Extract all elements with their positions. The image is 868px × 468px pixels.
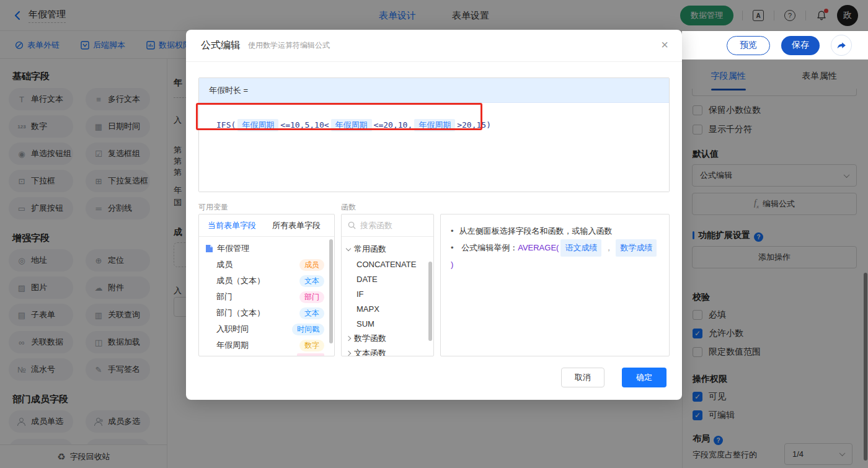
function-group-text[interactable]: 文本函数 — [342, 346, 433, 356]
formula-field-chip[interactable]: 年假周期 — [237, 119, 278, 131]
formula-field-chip[interactable]: 年假周期 — [414, 119, 455, 131]
type-badge: 数字 — [299, 340, 324, 351]
functions-box: 搜索函数 常用函数 CONCATENATE DATE IF MAPX SUM 数… — [341, 214, 434, 356]
variable-row[interactable]: 成员成员 — [199, 257, 334, 273]
tab-current-form-fields[interactable]: 当前表单字段 — [208, 220, 256, 231]
variable-row[interactable]: 部门（文本）文本 — [199, 305, 334, 321]
example-function: AVERAGE( — [518, 243, 559, 252]
canvas-actions: 预览 保存 — [682, 31, 868, 60]
chevron-right-icon — [346, 351, 351, 356]
partial-badge — [297, 353, 324, 356]
formula-operator: <=10,5,10< — [280, 120, 329, 130]
function-item[interactable]: SUM — [342, 316, 433, 331]
type-badge: 文本 — [299, 275, 324, 287]
help-tip-1: 从左侧面板选择字段名和函数，或输入函数 — [451, 223, 659, 239]
functions-scrollbar[interactable] — [428, 262, 432, 341]
formula-function: IFS( — [216, 120, 236, 130]
cancel-button[interactable]: 取消 — [561, 368, 604, 387]
preview-button[interactable]: 预览 — [727, 36, 770, 55]
function-group-common[interactable]: 常用函数 — [342, 242, 433, 257]
variables-list: 年假管理 成员成员 成员（文本）文本 部门部门 部门（文本）文本 入职时间时间戳… — [199, 237, 334, 353]
form-node[interactable]: 年假管理 — [199, 241, 334, 257]
save-button[interactable]: 保存 — [781, 36, 820, 55]
chevron-down-icon — [346, 245, 351, 250]
search-placeholder: 搜索函数 — [360, 220, 392, 231]
document-icon — [205, 244, 213, 253]
functions-label: 函数 — [341, 202, 356, 213]
variable-row[interactable]: 部门部门 — [199, 289, 334, 305]
close-icon[interactable]: × — [661, 38, 668, 51]
formula-editor-modal: 公式编辑 使用数学运算符编辑公式 × 年假时长 = IFS(年假周期<=10,5… — [186, 30, 682, 400]
search-icon — [348, 221, 356, 229]
function-item[interactable]: MAPX — [342, 301, 433, 316]
type-badge: 文本 — [299, 307, 324, 319]
modal-title: 公式编辑 — [201, 39, 241, 52]
formula-operator: >20,15) — [457, 120, 491, 130]
function-item[interactable]: IF — [342, 286, 433, 301]
formula-operator: <=20,10, — [374, 120, 413, 130]
variables-tabs: 当前表单字段 所有表单字段 — [199, 214, 334, 237]
type-badge: 成员 — [299, 259, 324, 271]
help-box: 从左侧面板选择字段名和函数，或输入函数 公式编辑举例：AVERAGE(语文成绩，… — [440, 214, 670, 356]
formula-editor[interactable]: IFS(年假周期<=10,5,10<年假周期<=20,10,年假周期>20,15… — [199, 103, 669, 192]
tab-all-form-fields[interactable]: 所有表单字段 — [272, 220, 321, 231]
variable-row[interactable]: 成员（文本）文本 — [199, 273, 334, 289]
formula-target: 年假时长 = — [199, 78, 669, 103]
variables-label: 可用变量 — [198, 202, 228, 213]
share-button[interactable] — [831, 35, 852, 56]
formula-field-chip[interactable]: 年假周期 — [331, 119, 372, 131]
example-field-chip: 数学成绩 — [616, 239, 657, 257]
function-item[interactable]: CONCATENATE — [342, 257, 433, 272]
share-arrow-icon — [836, 40, 847, 51]
function-group-math[interactable]: 数学函数 — [342, 331, 433, 346]
example-paren: ) — [451, 260, 453, 269]
function-item[interactable]: DATE — [342, 272, 433, 286]
function-search[interactable]: 搜索函数 — [342, 214, 433, 237]
functions-list: 常用函数 CONCATENATE DATE IF MAPX SUM 数学函数 文… — [342, 237, 433, 356]
variables-scrollbar[interactable] — [329, 239, 333, 343]
confirm-button[interactable]: 确定 — [622, 368, 666, 387]
modal-subtitle: 使用数学运算符编辑公式 — [248, 40, 330, 51]
formula-box: 年假时长 = IFS(年假周期<=10,5,10<年假周期<=20,10,年假周… — [198, 77, 670, 192]
chevron-right-icon — [346, 336, 351, 341]
variables-box: 当前表单字段 所有表单字段 年假管理 成员成员 成员（文本）文本 部门部门 部门… — [198, 214, 335, 356]
example-field-chip: 语文成绩 — [560, 239, 601, 257]
variable-row[interactable]: 年假周期数字 — [199, 337, 334, 353]
type-badge: 部门 — [299, 291, 324, 303]
variable-row[interactable]: 入职时间时间戳 — [199, 321, 334, 337]
help-tip-2: 公式编辑举例：AVERAGE(语文成绩，数学成绩) — [451, 239, 659, 273]
type-badge: 时间戳 — [292, 324, 324, 335]
modal-header: 公式编辑 使用数学运算符编辑公式 × — [186, 30, 682, 62]
